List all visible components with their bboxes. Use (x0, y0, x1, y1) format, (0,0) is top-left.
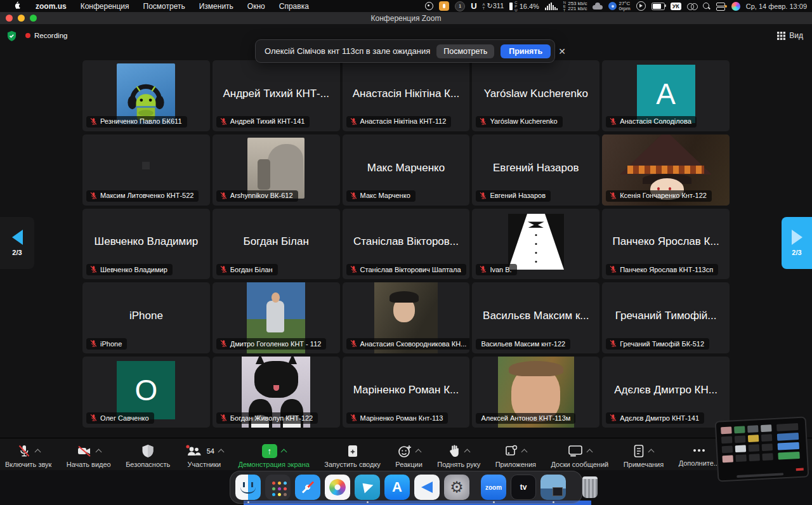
menu-conference[interactable]: Конференция (74, 2, 136, 11)
mic-options-chevron[interactable] (34, 449, 41, 456)
participant-tile[interactable]: Богдан Живолуп КНТ-122 (213, 357, 340, 428)
participant-tile[interactable]: Маріненко Роман К... Маріненко Роман Кнт… (343, 357, 470, 428)
keyboard-layout[interactable]: УК (671, 3, 681, 10)
participants-chevron[interactable] (218, 449, 225, 456)
start-video-button[interactable]: Начать видео (67, 443, 111, 468)
banner-close-icon[interactable]: ✕ (558, 46, 566, 56)
at-translator-icon[interactable]: AT ↻311 (483, 2, 504, 10)
participants-button[interactable]: 54 Участники (185, 443, 223, 468)
menu-bar-clock[interactable]: Ср, 14 февр. 13:09 (746, 3, 807, 10)
participant-tile[interactable]: O Олег Савченко (82, 357, 210, 428)
participant-tile[interactable]: Гречаний Тимофій... Гречаний Тимофій БК-… (602, 282, 730, 353)
finder-icon[interactable] (235, 475, 261, 500)
system-settings-icon[interactable]: ⚙ (444, 475, 469, 500)
menu-edit[interactable]: Изменить (192, 2, 240, 11)
control-center-icon[interactable] (716, 3, 726, 10)
desktop-preview-icon[interactable] (540, 475, 566, 500)
participant-tile[interactable]: iPhone iPhone (82, 282, 210, 353)
unmute-button[interactable]: Включить звук (5, 443, 51, 468)
trash-icon[interactable] (577, 475, 603, 500)
minimize-window-button[interactable] (18, 15, 25, 22)
previous-page-button[interactable]: 2/3 (0, 217, 34, 269)
notes-button[interactable]: Примечания (624, 443, 664, 468)
participant-tile[interactable]: Анастасия Сковородникова КН... (343, 282, 470, 353)
screen-share-preview[interactable] (715, 416, 809, 482)
apple-menu-icon[interactable] (6, 1, 29, 11)
cpu-monitor[interactable]: CPU 16.4% (509, 1, 539, 12)
participant-tile[interactable]: Богдан Білан Богдан Білан (213, 209, 340, 280)
spotlight-icon[interactable] (703, 3, 710, 10)
reactions-button[interactable]: Реакции (395, 443, 422, 468)
siri-icon[interactable] (731, 2, 740, 11)
view-button[interactable]: Вид (777, 31, 803, 40)
handoff-icon[interactable] (687, 3, 697, 10)
notes-chevron[interactable] (648, 449, 655, 456)
mic-in-use-icon[interactable] (439, 1, 449, 11)
more-button[interactable]: Дополните... (679, 443, 719, 467)
next-page-button[interactable]: 2/3 (782, 217, 812, 269)
u-app-icon[interactable]: U (471, 1, 476, 11)
participant-tile[interactable]: A Анастасія Солоділова (602, 60, 730, 131)
participant-tile[interactable]: Максим Литовченко КНТ-522 (82, 134, 210, 206)
participant-tile[interactable]: Анастасія Нікітіна К... Анастасія Нікіті… (343, 60, 470, 131)
cpu-history-icon[interactable] (545, 3, 558, 10)
cloud-icon[interactable] (593, 3, 603, 10)
close-window-button[interactable] (6, 15, 13, 22)
apple-tv-icon[interactable]: tv (511, 475, 536, 500)
participant-nameplate: Станіслав Вікторович Шаптала (346, 264, 466, 275)
share-screen-button[interactable]: ↑ Демонстрация экрана (238, 443, 309, 468)
participant-tile[interactable]: Ксенія Гончаренко Кнт-122 (602, 134, 730, 206)
menu-view[interactable]: Посмотреть (136, 2, 192, 11)
vscode-icon[interactable] (414, 475, 440, 500)
whiteboards-button[interactable]: Доски сообщений (551, 443, 608, 468)
banner-accept-button[interactable]: Принять (501, 44, 551, 58)
participant-tile[interactable]: Евгений Назаров Евгений Назаров (472, 134, 599, 206)
participant-name-label: Богдан Білан (230, 266, 273, 273)
participant-tile[interactable]: Yaróslaw Kucherenko Yaróslaw Kucherenko (472, 60, 599, 131)
participant-tile[interactable]: Станіслав Вікторов... Станіслав Вікторов… (343, 209, 470, 280)
raise-hand-button[interactable]: Поднять руку (437, 443, 480, 468)
raise-hand-chevron[interactable] (464, 449, 471, 456)
participant-tile[interactable]: Резниченко Павло БК611 (82, 60, 210, 131)
apps-chevron[interactable] (521, 449, 527, 456)
participant-tile[interactable]: Васильєв Максим к... Васильев Максим кнт… (472, 282, 599, 353)
toolbar-label: Дополните... (679, 459, 719, 467)
participant-tile[interactable]: Ivan B. (472, 209, 599, 280)
banner-see-button[interactable]: Посмотреть (436, 44, 494, 58)
network-monitor[interactable]: NET 253 kb/c221 kb/c (563, 1, 587, 12)
share-options-chevron[interactable] (280, 449, 287, 456)
menu-window[interactable]: Окно (240, 2, 272, 11)
encryption-shield-icon[interactable] (6, 30, 17, 44)
participant-tile[interactable]: Андрей Тихий КНТ-... Андрей Тихий КНТ-14… (213, 60, 340, 131)
play-status-icon[interactable] (636, 1, 646, 11)
record-status-icon[interactable] (425, 2, 433, 10)
photos-icon[interactable] (325, 475, 350, 500)
app-status-icon[interactable]: 1 (455, 1, 465, 11)
menu-help[interactable]: Справка (272, 2, 316, 11)
fan-temp-monitor[interactable]: 27°C0rpm (608, 1, 630, 11)
participant-nameplate: Yaróslaw Kucherenko (476, 116, 562, 128)
reactions-chevron[interactable] (415, 449, 421, 456)
apps-button[interactable]: Приложения (495, 443, 536, 468)
participant-tile[interactable]: Алексей Антонов КНТ-113м (472, 357, 599, 428)
launchpad-icon[interactable] (265, 475, 291, 500)
participant-tile[interactable]: Шевченко Владимир Шевченко Владимир (82, 209, 210, 280)
participant-tile[interactable]: Макс Марченко Макс Марченко (343, 134, 470, 206)
battery-icon[interactable] (652, 3, 665, 10)
participant-tile[interactable]: Панчеко Ярослав К... Панчеко Ярослав КНТ… (602, 209, 730, 280)
participant-tile[interactable]: Arshynnikov ВК-612 (213, 134, 340, 206)
video-options-chevron[interactable] (95, 449, 102, 456)
zoom-app-icon[interactable]: zoom (481, 475, 506, 500)
telegram-icon[interactable] (355, 475, 380, 500)
mic-muted-icon (350, 414, 358, 422)
whiteboards-chevron[interactable] (586, 449, 593, 456)
safari-icon[interactable] (295, 475, 320, 500)
menu-app-name[interactable]: zoom.us (29, 2, 74, 11)
summary-button[interactable]: Запустить сводку (324, 443, 381, 468)
participant-tile[interactable]: Дмитро Гоголенко КНТ - 112 (213, 282, 340, 353)
avatar-initial: O (117, 361, 175, 419)
security-button[interactable]: Безопасность (126, 443, 170, 468)
participant-tile[interactable]: Адєлєв Дмитро КН... Адєлєв Дмитро КНТ-14… (602, 357, 730, 428)
app-store-icon[interactable]: A (384, 475, 410, 500)
fullscreen-window-button[interactable] (30, 15, 37, 22)
